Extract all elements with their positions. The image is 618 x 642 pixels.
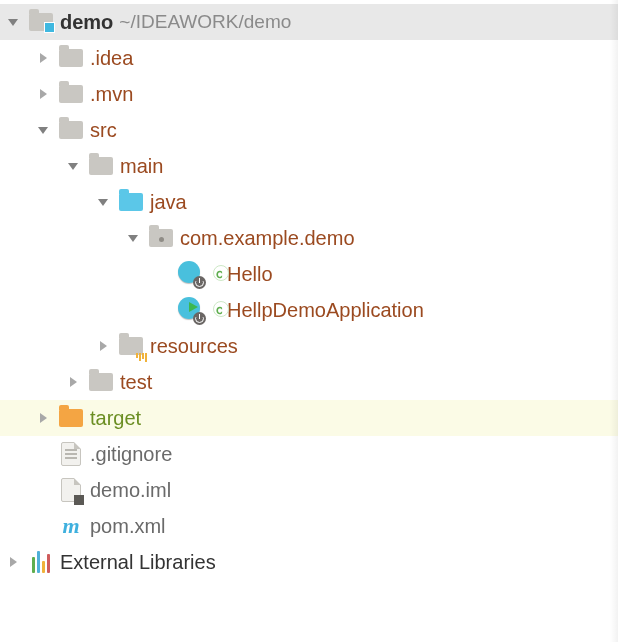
expand-arrow[interactable] <box>34 412 52 424</box>
tree-row-target[interactable]: target <box>0 400 618 436</box>
node-label: .gitignore <box>90 443 172 466</box>
expand-arrow[interactable] <box>94 340 112 352</box>
project-tree[interactable]: demo ~/IDEAWORK/demo .idea .mvn src <box>0 0 618 584</box>
expand-arrow[interactable] <box>94 196 112 208</box>
tree-row-root[interactable]: demo ~/IDEAWORK/demo <box>0 4 618 40</box>
folder-icon <box>88 153 114 179</box>
node-label: Hello <box>227 263 273 286</box>
libraries-icon <box>28 549 54 575</box>
folder-icon <box>58 117 84 143</box>
package-icon <box>148 225 174 251</box>
tree-row-test[interactable]: test <box>0 364 618 400</box>
tree-row-package[interactable]: com.example.demo <box>0 220 618 256</box>
svg-marker-4 <box>68 163 78 170</box>
node-label: target <box>90 407 141 430</box>
expand-arrow[interactable] <box>124 232 142 244</box>
expand-arrow[interactable] <box>4 16 22 28</box>
tree-row-mvn[interactable]: .mvn <box>0 76 618 112</box>
node-label: pom.xml <box>90 515 166 538</box>
svg-marker-2 <box>40 89 47 99</box>
root-path: ~/IDEAWORK/demo <box>119 11 291 33</box>
svg-marker-9 <box>40 413 47 423</box>
node-label: resources <box>150 335 238 358</box>
expand-arrow[interactable] <box>34 88 52 100</box>
excluded-folder-icon <box>58 405 84 431</box>
svg-marker-0 <box>8 19 18 26</box>
expand-arrow[interactable] <box>64 376 82 388</box>
class-badge-icon <box>216 267 223 281</box>
tree-row-resources[interactable]: resources <box>0 328 618 364</box>
node-label: HellpDemoApplication <box>227 299 424 322</box>
class-badge-icon <box>216 303 223 317</box>
folder-icon <box>58 45 84 71</box>
node-label: com.example.demo <box>180 227 355 250</box>
text-file-icon <box>58 441 84 467</box>
spring-boot-main-icon <box>178 297 204 323</box>
node-label: java <box>150 191 187 214</box>
tree-row-java[interactable]: java <box>0 184 618 220</box>
tree-row-external-libs[interactable]: External Libraries <box>0 544 618 580</box>
node-label: demo.iml <box>90 479 171 502</box>
node-label: External Libraries <box>60 551 216 574</box>
tree-row-class-app[interactable]: HellpDemoApplication <box>0 292 618 328</box>
node-label: test <box>120 371 152 394</box>
svg-marker-10 <box>10 557 17 567</box>
expand-arrow[interactable] <box>4 556 22 568</box>
tree-row-main[interactable]: main <box>0 148 618 184</box>
folder-icon <box>88 369 114 395</box>
node-label: main <box>120 155 163 178</box>
svg-marker-8 <box>70 377 77 387</box>
tree-row-idea[interactable]: .idea <box>0 40 618 76</box>
tree-row-src[interactable]: src <box>0 112 618 148</box>
expand-arrow[interactable] <box>34 52 52 64</box>
iml-file-icon <box>58 477 84 503</box>
module-folder-icon <box>28 9 54 35</box>
source-folder-icon <box>118 189 144 215</box>
node-label: .mvn <box>90 83 133 106</box>
spring-boot-class-icon <box>178 261 204 287</box>
tree-row-class-hello[interactable]: Hello <box>0 256 618 292</box>
svg-marker-6 <box>128 235 138 242</box>
node-label: .idea <box>90 47 133 70</box>
svg-marker-7 <box>100 341 107 351</box>
folder-icon <box>58 81 84 107</box>
maven-icon: m <box>58 513 84 539</box>
expand-arrow[interactable] <box>64 160 82 172</box>
tree-row-gitignore[interactable]: .gitignore <box>0 436 618 472</box>
node-label: src <box>90 119 117 142</box>
tree-row-iml[interactable]: demo.iml <box>0 472 618 508</box>
scrollbar-hint <box>610 0 618 642</box>
svg-marker-5 <box>98 199 108 206</box>
expand-arrow[interactable] <box>34 124 52 136</box>
svg-marker-1 <box>40 53 47 63</box>
tree-row-pom[interactable]: m pom.xml <box>0 508 618 544</box>
root-name: demo <box>60 11 113 34</box>
resources-folder-icon <box>118 333 144 359</box>
svg-marker-3 <box>38 127 48 134</box>
